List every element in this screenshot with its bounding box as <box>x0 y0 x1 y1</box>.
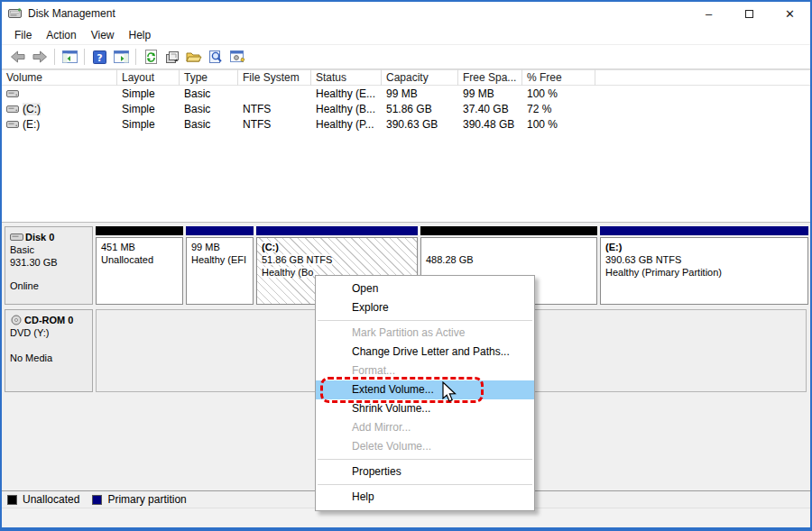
volume-capacity: 51.86 GB <box>382 103 458 115</box>
show-console-tree-icon[interactable] <box>59 47 80 67</box>
partition-color-bar <box>186 226 254 235</box>
partition-color-bar <box>600 226 808 235</box>
volume-status: Healthy (P... <box>311 118 382 131</box>
partition-size: 99 MB <box>191 242 220 252</box>
column-header-capacity[interactable]: Capacity <box>382 69 458 86</box>
column-header-filler <box>595 69 810 86</box>
cdrom-media: No Media <box>10 352 88 364</box>
disk0-label-panel[interactable]: Disk 0 Basic 931.30 GB Online <box>5 226 93 305</box>
svg-text:?: ? <box>97 51 102 63</box>
toolbar-separator <box>54 49 55 65</box>
column-header-type[interactable]: Type <box>180 69 238 86</box>
refresh-icon[interactable] <box>140 47 161 67</box>
volume-row-efi[interactable]: Simple Basic Healthy (E... 99 MB 99 MB 1… <box>2 86 810 101</box>
menu-item-change-drive-letter[interactable]: Change Drive Letter and Paths... <box>316 343 534 362</box>
forward-icon[interactable] <box>29 47 51 67</box>
menu-item-properties[interactable]: Properties <box>316 462 534 481</box>
volume-table-header: Volume Layout Type File System Status Ca… <box>2 69 810 86</box>
volume-list-pane: Volume Layout Type File System Status Ca… <box>2 69 810 222</box>
help-icon[interactable]: ? <box>88 47 110 67</box>
show-action-pane-icon[interactable] <box>110 47 132 67</box>
menu-bar: File Action View Help <box>2 25 810 45</box>
mouse-cursor <box>440 381 458 406</box>
volume-icon <box>6 104 19 114</box>
legend-primary-label: Primary partition <box>107 493 186 506</box>
disk0-size: 931.30 GB <box>10 256 88 269</box>
menu-file[interactable]: File <box>7 27 39 43</box>
minimize-button[interactable]: – <box>688 2 729 25</box>
legend-unallocated-label: Unallocated <box>23 493 79 506</box>
properties-icon[interactable] <box>161 47 183 67</box>
disk0-status: Online <box>10 279 88 292</box>
partition-efi-99mb[interactable]: 99 MB Healthy (EFI <box>186 226 254 305</box>
menu-item-add-mirror: Add Mirror... <box>316 418 534 437</box>
partition-status: Unallocated <box>101 254 153 265</box>
menu-separator <box>318 320 532 321</box>
volume-icon <box>6 119 19 129</box>
volume-free-space: 390.48 GB <box>458 118 522 131</box>
column-header-volume[interactable]: Volume <box>2 69 117 86</box>
volume-pct-free: 100 % <box>522 118 595 131</box>
menu-action[interactable]: Action <box>39 27 83 43</box>
menu-item-mark-partition-active: Mark Partition as Active <box>316 324 534 343</box>
menu-item-delete-volume: Delete Volume... <box>316 437 534 456</box>
disk-management-window: Disk Management – ✕ File Action View Hel… <box>0 0 812 531</box>
menu-item-open[interactable]: Open <box>316 279 534 298</box>
cd-icon <box>10 315 23 325</box>
menu-item-explore[interactable]: Explore <box>316 298 534 317</box>
partition-letter: (C:) <box>262 242 279 252</box>
partition-context-menu: Open Explore Mark Partition as Active Ch… <box>315 275 535 511</box>
volume-status: Healthy (B... <box>311 103 382 115</box>
column-header-file-system[interactable]: File System <box>238 69 311 86</box>
close-button[interactable]: ✕ <box>770 2 810 25</box>
menu-view[interactable]: View <box>84 27 122 43</box>
disk0-name: Disk 0 <box>25 231 54 243</box>
cdrom-name: CD-ROM 0 <box>24 314 73 326</box>
cdrom-label-panel[interactable]: CD-ROM 0 DVD (Y:) No Media <box>5 309 93 392</box>
toolbar-separator <box>84 49 85 65</box>
disk-icon <box>10 233 23 242</box>
volume-type: Basic <box>180 87 238 100</box>
toolbar-separator <box>135 49 136 65</box>
partition-status: Healthy (Bo <box>262 267 313 278</box>
volume-row-e[interactable]: (E:) Simple Basic NTFS Healthy (P... 390… <box>2 116 810 132</box>
back-icon[interactable] <box>7 47 29 67</box>
volume-layout: Simple <box>117 103 180 115</box>
partition-letter: (E:) <box>605 242 622 252</box>
maximize-button[interactable] <box>729 2 770 25</box>
find-icon[interactable] <box>205 47 226 67</box>
volume-type: Basic <box>180 103 238 115</box>
partition-status: Healthy (Primary Partition) <box>605 267 722 278</box>
help-topics-icon[interactable] <box>226 47 248 67</box>
column-header-status[interactable]: Status <box>311 69 382 86</box>
window-title: Disk Management <box>28 7 115 20</box>
volume-file-system: NTFS <box>238 118 311 131</box>
partition-size: 51.86 GB NTFS <box>262 254 332 265</box>
menu-item-extend-volume[interactable]: Extend Volume... <box>316 380 534 399</box>
app-disk-icon <box>8 8 23 20</box>
menu-help[interactable]: Help <box>122 27 159 43</box>
open-folder-icon[interactable] <box>183 47 205 67</box>
volume-capacity: 390.63 GB <box>382 118 458 131</box>
cdrom-drive: DVD (Y:) <box>10 326 88 339</box>
volume-free-space: 99 MB <box>458 87 522 100</box>
partition-color-bar <box>420 226 597 235</box>
menu-item-help[interactable]: Help <box>316 488 534 507</box>
volume-free-space: 37.40 GB <box>458 103 522 115</box>
partition-unallocated-451mb[interactable]: 451 MB Unallocated <box>96 226 183 305</box>
volume-status: Healthy (E... <box>311 87 382 100</box>
volume-pct-free: 72 % <box>522 103 595 115</box>
volume-pct-free: 100 % <box>522 87 595 100</box>
volume-capacity: 99 MB <box>382 87 458 100</box>
menu-separator <box>318 484 532 485</box>
partition-size: 390.63 GB NTFS <box>605 254 681 265</box>
column-header-layout[interactable]: Layout <box>117 69 180 86</box>
volume-row-c[interactable]: (C:) Simple Basic NTFS Healthy (B... 51.… <box>2 101 810 116</box>
partition-e-drive[interactable]: (E:) 390.63 GB NTFS Healthy (Primary Par… <box>600 226 808 305</box>
volume-layout: Simple <box>117 118 180 131</box>
menu-item-format: Format... <box>316 362 534 380</box>
menu-item-shrink-volume[interactable]: Shrink Volume... <box>316 399 534 418</box>
column-header-pct-free[interactable]: % Free <box>522 69 595 86</box>
column-header-free-space[interactable]: Free Spa... <box>458 69 522 86</box>
volume-file-system: NTFS <box>238 103 311 115</box>
